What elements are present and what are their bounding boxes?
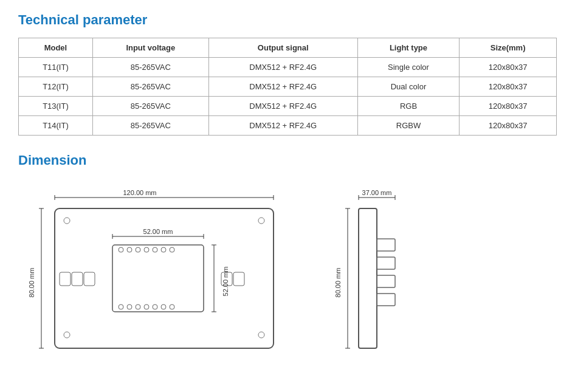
svg-point-4 [258, 332, 264, 338]
svg-text:37.00 mm: 37.00 mm [362, 189, 392, 196]
dimension-title: Dimension [18, 153, 557, 168]
svg-point-10 [153, 247, 157, 252]
svg-point-8 [136, 247, 140, 252]
table-header-cell: Output signal [208, 38, 357, 58]
svg-point-2 [258, 218, 264, 224]
table-cell: 120x80x37 [460, 116, 557, 136]
table-cell: RGBW [357, 116, 460, 136]
svg-point-15 [136, 304, 140, 309]
table-cell: 120x80x37 [460, 77, 557, 97]
svg-point-17 [153, 304, 157, 309]
table-cell: Dual color [357, 77, 460, 97]
svg-text:120.00 mm: 120.00 mm [123, 189, 156, 196]
svg-point-6 [119, 247, 123, 252]
svg-point-3 [64, 332, 70, 338]
table-cell: RGB [357, 97, 460, 116]
svg-point-16 [144, 304, 149, 309]
side-view: 37.00 mm 80.00 mm [334, 178, 468, 374]
svg-rect-43 [377, 257, 395, 269]
svg-rect-44 [377, 275, 395, 287]
svg-text:80.00 mm: 80.00 mm [28, 268, 35, 298]
table-cell: 85-265VAC [92, 97, 208, 116]
table-cell: DMX512 + RF2.4G [208, 77, 357, 97]
dimension-section: Dimension [18, 153, 557, 374]
svg-text:52.00 mm: 52.00 mm [143, 228, 173, 235]
table-cell: 85-265VAC [92, 116, 208, 136]
svg-point-1 [64, 218, 70, 224]
svg-text:52.00 mm: 52.00 mm [222, 267, 229, 297]
table-cell: DMX512 + RF2.4G [208, 97, 357, 116]
table-cell: T11(IT) [19, 58, 93, 77]
table-cell: T12(IT) [19, 77, 93, 97]
svg-rect-24 [233, 272, 244, 286]
svg-point-7 [127, 247, 132, 252]
svg-point-11 [161, 247, 166, 252]
svg-rect-21 [72, 272, 83, 286]
table-row: T14(IT)85-265VACDMX512 + RF2.4GRGBW120x8… [19, 116, 557, 136]
table-cell: T13(IT) [19, 97, 93, 116]
table-header-cell: Input voltage [92, 38, 208, 58]
table-header-cell: Model [19, 38, 93, 58]
table-cell: 120x80x37 [460, 97, 557, 116]
parameter-table: ModelInput voltageOutput signalLight typ… [18, 38, 557, 136]
svg-point-19 [170, 304, 174, 309]
svg-point-9 [144, 247, 149, 252]
svg-rect-42 [377, 239, 395, 251]
front-view: 120.00 mm 80.00 mm 52.00 mm 52.00 mm [18, 178, 310, 374]
svg-rect-20 [60, 272, 71, 286]
table-header: ModelInput voltageOutput signalLight typ… [19, 38, 557, 58]
diagrams-container: 120.00 mm 80.00 mm 52.00 mm 52.00 mm [18, 178, 557, 374]
svg-text:80.00 mm: 80.00 mm [334, 268, 342, 298]
svg-point-18 [161, 304, 166, 309]
page-title: Technical parameter [18, 12, 557, 28]
svg-rect-5 [112, 245, 204, 312]
table-row: T11(IT)85-265VACDMX512 + RF2.4GSingle co… [19, 58, 557, 77]
svg-rect-22 [84, 272, 95, 286]
table-cell: DMX512 + RF2.4G [208, 58, 357, 77]
svg-point-13 [119, 304, 123, 309]
table-row: T13(IT)85-265VACDMX512 + RF2.4GRGB120x80… [19, 97, 557, 116]
table-row: T12(IT)85-265VACDMX512 + RF2.4GDual colo… [19, 77, 557, 97]
table-cell: 85-265VAC [92, 77, 208, 97]
svg-rect-45 [377, 294, 395, 306]
table-cell: T14(IT) [19, 116, 93, 136]
table-cell: DMX512 + RF2.4G [208, 116, 357, 136]
table-cell: Single color [357, 58, 460, 77]
table-header-cell: Size(mm) [460, 38, 557, 58]
table-body: T11(IT)85-265VACDMX512 + RF2.4GSingle co… [19, 58, 557, 136]
svg-point-14 [127, 304, 132, 309]
svg-rect-41 [359, 208, 377, 348]
table-header-cell: Light type [357, 38, 460, 58]
table-cell: 85-265VAC [92, 58, 208, 77]
table-cell: 120x80x37 [460, 58, 557, 77]
svg-point-12 [170, 247, 174, 252]
